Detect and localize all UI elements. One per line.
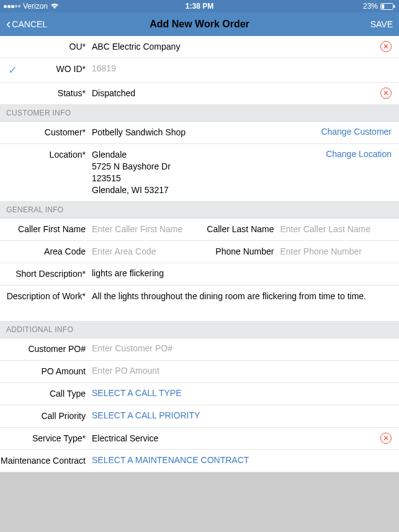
cancel-button[interactable]: ‹ CANCEL (6, 17, 68, 31)
svg-rect-1 (382, 4, 384, 9)
signal-dots-icon (4, 5, 20, 8)
nav-bar: ‹ CANCEL Add New Work Order SAVE (0, 12, 399, 36)
location-label: Location* (0, 149, 92, 160)
status-value: Dispatched (92, 88, 375, 99)
row-customer-po: Customer PO# (0, 338, 399, 361)
section-general: GENERAL INFO (0, 202, 399, 219)
carrier-label: Verizon (23, 2, 48, 11)
customer-label: Customer* (0, 127, 92, 137)
clear-service-type-icon[interactable]: ✕ (380, 433, 392, 444)
row-phone: Area Code Phone Number (0, 241, 399, 263)
row-maint-contract[interactable]: Maintenance Contract SELECT A MAINTENANC… (0, 450, 399, 472)
phone-label: Phone Number (200, 246, 280, 256)
wifi-icon (50, 3, 59, 9)
maint-contract-label: Maintenance Contract (0, 455, 92, 466)
call-type-value[interactable]: SELECT A CALL TYPE (92, 388, 181, 398)
po-amount-input[interactable] (92, 366, 392, 376)
po-amount-label: PO Amount (0, 366, 92, 376)
save-button[interactable]: SAVE (331, 19, 393, 29)
call-priority-value[interactable]: SELECT A CALL PRIORITY (92, 410, 200, 420)
clear-status-icon[interactable]: ✕ (380, 88, 392, 99)
customer-value: Potbelly Sandwich Shop (92, 127, 316, 138)
row-call-priority[interactable]: Call Priority SELECT A CALL PRIORITY (0, 405, 399, 428)
page-title: Add New Work Order (68, 19, 331, 30)
caller-last-label: Caller Last Name (200, 224, 280, 234)
woid-label: WO ID* (25, 63, 92, 74)
service-type-label: Service Type* (0, 433, 92, 443)
battery-icon (380, 3, 395, 10)
call-priority-label: Call Priority (0, 410, 92, 421)
row-caller-name: Caller First Name Caller Last Name (0, 219, 399, 241)
caller-last-input[interactable] (280, 224, 393, 234)
section-additional: ADDITIONAL INFO (0, 322, 399, 338)
woid-value: 16819 (92, 63, 116, 73)
customer-po-label: Customer PO# (0, 343, 92, 354)
ou-value: ABC Electric Company (92, 41, 375, 53)
caller-first-label: Caller First Name (0, 224, 92, 234)
location-line1: Glendale (92, 149, 321, 161)
change-customer-link[interactable]: Change Customer (321, 127, 392, 137)
cancel-label: CANCEL (12, 19, 47, 29)
status-bar: Verizon 1:38 PM 23% (0, 0, 399, 12)
clear-ou-icon[interactable]: ✕ (380, 41, 392, 52)
ou-label: OU* (0, 41, 92, 52)
row-location: Location* Glendale 5725 N Bayshore Dr 12… (0, 144, 399, 202)
location-line2: 5725 N Bayshore Dr (92, 161, 321, 173)
maint-contract-value[interactable]: SELECT A MAINTENANCE CONTRACT (92, 455, 249, 465)
check-icon: ✓ (8, 63, 17, 77)
short-desc-label: Short Description* (0, 268, 92, 279)
row-ou[interactable]: OU* ABC Electric Company ✕ (0, 36, 399, 58)
service-type-value: Electrical Service (92, 433, 375, 444)
call-type-label: Call Type (0, 388, 92, 399)
chevron-left-icon: ‹ (6, 17, 11, 31)
row-desc-work: Description of Work* All the lights thro… (0, 286, 399, 322)
row-woid: ✓ WO ID* 16819 (0, 58, 399, 83)
row-po-amount: PO Amount (0, 361, 399, 383)
svg-rect-2 (394, 5, 395, 8)
area-code-label: Area Code (0, 246, 92, 256)
bottom-spacer (0, 472, 399, 532)
location-line4: Glendale, WI 53217 (92, 184, 321, 196)
location-value: Glendale 5725 N Bayshore Dr 123515 Glend… (92, 149, 321, 196)
time-label: 1:38 PM (186, 2, 213, 11)
customer-po-input[interactable] (92, 343, 392, 353)
status-label: Status* (0, 88, 92, 98)
short-desc-input[interactable] (92, 268, 392, 278)
location-line3: 123515 (92, 173, 321, 184)
section-customer: CUSTOMER INFO (0, 105, 399, 122)
change-location-link[interactable]: Change Location (326, 149, 392, 159)
row-status[interactable]: Status* Dispatched ✕ (0, 83, 399, 105)
row-short-desc: Short Description* (0, 263, 399, 286)
desc-work-value[interactable]: All the lights throughout the dining roo… (92, 291, 366, 302)
phone-input[interactable] (280, 246, 393, 256)
row-call-type[interactable]: Call Type SELECT A CALL TYPE (0, 383, 399, 405)
area-code-input[interactable] (92, 246, 194, 256)
save-label: SAVE (370, 19, 393, 29)
row-customer: Customer* Potbelly Sandwich Shop Change … (0, 122, 399, 144)
battery-label: 23% (363, 2, 378, 11)
row-service-type[interactable]: Service Type* Electrical Service ✕ (0, 428, 399, 450)
caller-first-input[interactable] (92, 224, 194, 234)
desc-work-label: Description of Work* (0, 291, 92, 301)
